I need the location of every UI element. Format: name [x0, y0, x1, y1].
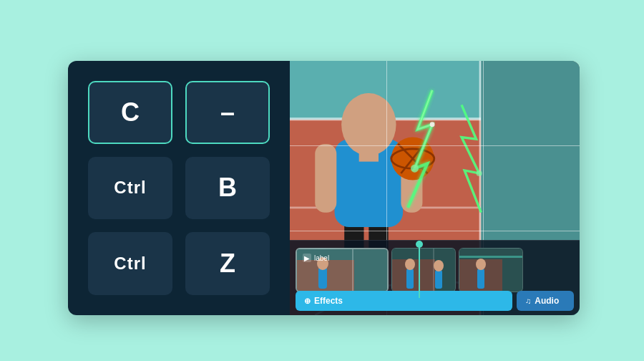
svg-point-21 — [430, 122, 435, 127]
key-z[interactable]: Z — [185, 232, 270, 295]
svg-rect-14 — [359, 147, 379, 161]
key-ctrl-1[interactable]: Ctrl — [88, 157, 172, 220]
tab-audio[interactable]: ♫ Audio — [517, 291, 574, 311]
svg-point-31 — [405, 259, 415, 270]
timeline-strip: ▶ label — [290, 240, 580, 315]
key-ctrl-1-label: Ctrl — [114, 178, 146, 198]
svg-point-33 — [434, 260, 444, 271]
main-container: C – Ctrl B Ctrl Z — [68, 61, 580, 315]
svg-point-19 — [411, 165, 419, 173]
key-ctrl-2-label: Ctrl — [114, 254, 146, 274]
svg-point-20 — [477, 170, 482, 176]
keyboard-panel: C – Ctrl B Ctrl Z — [68, 61, 290, 315]
video-panel: ▶ label — [290, 61, 580, 315]
clip-thumbnail-3 — [459, 249, 523, 292]
svg-rect-36 — [459, 256, 523, 258]
key-ctrl-2[interactable]: Ctrl — [88, 232, 172, 295]
key-b[interactable]: B — [185, 157, 270, 220]
svg-rect-37 — [477, 269, 484, 289]
key-c[interactable]: C — [88, 81, 172, 144]
key-b-label: B — [218, 173, 237, 203]
clip-secondary-2[interactable] — [459, 248, 523, 292]
clip-secondary-1[interactable] — [391, 248, 456, 292]
svg-point-13 — [341, 93, 396, 155]
key-z-label: Z — [220, 249, 235, 279]
clip-play-icon: ▶ — [303, 254, 311, 262]
key-minus[interactable]: – — [185, 81, 270, 144]
tab-effects[interactable]: ⊕ Effects — [296, 291, 512, 311]
svg-rect-30 — [406, 269, 414, 289]
audio-label: Audio — [535, 296, 559, 306]
key-minus-label: – — [220, 97, 235, 127]
key-c-label: C — [121, 97, 140, 127]
audio-icon: ♫ — [525, 297, 531, 305]
clip-main[interactable]: ▶ label — [296, 248, 389, 292]
svg-point-38 — [476, 259, 486, 270]
clip-thumbnail-2 — [392, 249, 456, 292]
clip-main-label: label — [314, 254, 329, 262]
tab-bar: ⊕ Effects ♫ Audio — [290, 287, 580, 315]
effects-label: Effects — [314, 296, 343, 306]
svg-rect-25 — [318, 267, 327, 289]
timeline-playhead — [419, 241, 420, 298]
svg-rect-11 — [315, 144, 336, 213]
effects-icon: ⊕ — [304, 297, 311, 306]
